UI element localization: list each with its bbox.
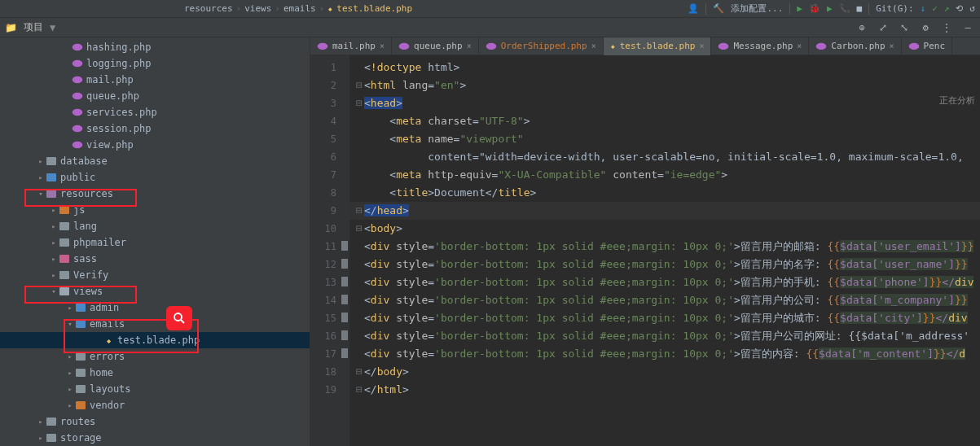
tree-arrow-icon[interactable]: ▸ [49, 218, 59, 234]
fold-icon[interactable]: ⊟ [356, 220, 364, 238]
diff-marker[interactable] [341, 330, 348, 340]
line-number[interactable]: 15 [310, 309, 349, 327]
code-line[interactable]: content="width=device-width, user-scalab… [349, 148, 980, 166]
expand-icon[interactable]: ⤢ [876, 20, 890, 35]
fold-icon[interactable] [356, 345, 364, 363]
diff-marker[interactable] [341, 295, 348, 304]
tree-arrow-icon[interactable]: ▸ [65, 300, 75, 316]
diff-marker[interactable] [341, 348, 348, 358]
tree-arrow-icon[interactable]: ▸ [65, 397, 75, 413]
tree-item-logging-php[interactable]: logging.php [0, 55, 310, 72]
gutter[interactable]: 12345678910111213141516171819 [310, 55, 349, 446]
fold-icon[interactable] [356, 309, 364, 327]
line-number[interactable]: 3 [310, 94, 349, 112]
diff-marker[interactable] [341, 277, 348, 286]
tab-Message-php[interactable]: Message.php× [711, 37, 809, 55]
line-number[interactable]: 16 [310, 327, 349, 345]
collapse-icon[interactable]: ⤡ [897, 20, 912, 35]
tree-arrow-icon[interactable]: ▸ [36, 413, 46, 430]
coverage-icon[interactable]: ▶ [827, 3, 833, 14]
close-icon[interactable]: × [467, 42, 472, 50]
close-icon[interactable]: × [797, 42, 802, 50]
git-commit-icon[interactable]: ✓ [932, 3, 938, 14]
target-icon[interactable]: ⊕ [855, 20, 869, 35]
diff-marker[interactable] [341, 259, 348, 269]
gear-icon[interactable]: ⚙ [918, 20, 933, 35]
line-number[interactable]: 7 [310, 166, 349, 184]
tree-item-public[interactable]: ▸public [0, 169, 310, 186]
code-line[interactable]: <!doctype html> [349, 59, 980, 77]
run-icon[interactable]: ▶ [797, 3, 802, 14]
tree-arrow-icon[interactable]: ▸ [49, 234, 59, 251]
line-number[interactable]: 9 [310, 202, 349, 220]
tree-item-queue-php[interactable]: queue.php [0, 88, 310, 104]
tab-OrderShipped-php[interactable]: OrderShipped.php× [479, 37, 604, 55]
code-editor[interactable]: <!doctype html>⊟<html lang="en">⊟<head> … [349, 55, 980, 446]
tree-item-Verify[interactable]: ▸Verify [0, 267, 310, 283]
tree-arrow-icon[interactable]: ▸ [49, 267, 59, 283]
breadcrumb-item[interactable]: resources [184, 3, 233, 14]
line-number[interactable]: 8 [310, 184, 349, 202]
code-line[interactable]: ⊟</html> [349, 381, 980, 399]
line-number[interactable]: 11 [310, 238, 349, 256]
tree-item-home[interactable]: ▸home [0, 365, 310, 381]
tree-item-layouts[interactable]: ▸layouts [0, 381, 310, 397]
code-line[interactable]: ⊟<html lang="en"> [349, 77, 980, 94]
code-line[interactable]: ⊟<head> [349, 94, 980, 112]
tree-arrow-icon[interactable]: ▾ [65, 316, 75, 332]
tree-item-phpmailer[interactable]: ▸phpmailer [0, 234, 310, 251]
fold-icon[interactable] [356, 327, 364, 345]
tree-item-emails[interactable]: ▾emails [0, 316, 310, 332]
line-number[interactable]: 5 [310, 130, 349, 148]
tree-item-storage[interactable]: ▸storage [0, 430, 310, 446]
code-line[interactable]: <div style='border-bottom: 1px solid #ee… [349, 273, 980, 291]
close-icon[interactable]: × [380, 42, 385, 50]
diff-marker[interactable] [341, 313, 348, 322]
fold-icon[interactable]: ⊟ [356, 77, 364, 94]
fold-icon[interactable] [356, 148, 364, 166]
tree-item-admin[interactable]: ▸admin [0, 300, 310, 316]
code-line[interactable]: <div style='border-bottom: 1px solid #ee… [349, 327, 980, 345]
tree-item-services-php[interactable]: services.php [0, 104, 310, 120]
fold-icon[interactable] [356, 130, 364, 148]
code-line[interactable]: ⊟</body> [349, 363, 980, 381]
tree-arrow-icon[interactable]: ▸ [36, 169, 46, 186]
code-line[interactable]: <meta http-equiv="X-UA-Compatible" conte… [349, 166, 980, 184]
close-icon[interactable]: × [890, 42, 894, 50]
revert-icon[interactable]: ↺ [969, 3, 975, 14]
fold-icon[interactable] [356, 184, 364, 202]
line-number[interactable]: 2 [310, 77, 349, 94]
code-line[interactable]: <div style='border-bottom: 1px solid #ee… [349, 238, 980, 256]
editor-tabs[interactable]: mail.php×queue.php×OrderShipped.php×⬥tes… [310, 37, 980, 55]
line-number[interactable]: 12 [310, 256, 349, 273]
code-line[interactable]: <div style='border-bottom: 1px solid #ee… [349, 291, 980, 309]
code-line[interactable]: <meta charset="UTF-8"> [349, 112, 980, 130]
tree-arrow-icon[interactable]: ▸ [49, 202, 59, 218]
tree-arrow-icon[interactable]: ▸ [36, 153, 46, 169]
hide-icon[interactable]: — [960, 20, 975, 35]
tab-queue-php[interactable]: queue.php× [392, 37, 479, 55]
breadcrumb[interactable]: resources › views › emails › ⬥ test.blad… [184, 3, 412, 14]
line-number[interactable]: 10 [310, 220, 349, 238]
breadcrumb-item[interactable]: emails [283, 3, 316, 14]
tree-item-views[interactable]: ▾views [0, 283, 310, 300]
close-icon[interactable]: × [699, 42, 704, 50]
line-number[interactable]: 19 [310, 381, 349, 399]
tree-arrow-icon[interactable]: ▸ [65, 381, 75, 397]
code-line[interactable]: <div style='border-bottom: 1px solid #ee… [349, 345, 980, 363]
line-number[interactable]: 13 [310, 273, 349, 291]
code-line[interactable]: <meta name="viewport" [349, 130, 980, 148]
project-tree[interactable]: hashing.phplogging.phpmail.phpqueue.phps… [0, 37, 310, 446]
tree-item-mail-php[interactable]: mail.php [0, 72, 310, 88]
user-icon[interactable]: 👤 [688, 3, 699, 14]
tree-item-sass[interactable]: ▸sass [0, 251, 310, 267]
line-number[interactable]: 14 [310, 291, 349, 309]
tree-arrow-icon[interactable]: ▾ [49, 283, 59, 300]
git-push-icon[interactable]: ↗ [944, 3, 950, 14]
fold-icon[interactable]: ⊟ [356, 202, 364, 220]
tree-item-vendor[interactable]: ▸vendor [0, 397, 310, 413]
diff-marker[interactable] [341, 241, 348, 251]
stop-icon[interactable]: 📞 [839, 3, 850, 14]
breadcrumb-item[interactable]: views [244, 3, 271, 14]
tree-item-errors[interactable]: ▸errors [0, 348, 310, 365]
